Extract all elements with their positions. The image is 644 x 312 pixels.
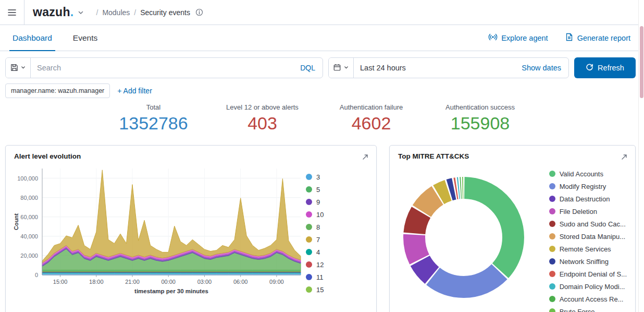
chevron-down-icon: [343, 64, 349, 72]
legend-dot-icon: [306, 211, 312, 218]
time-range-value[interactable]: Last 24 hours: [354, 64, 522, 72]
legend-item[interactable]: Brute Force: [549, 306, 627, 312]
legend-dot-icon: [306, 236, 312, 243]
legend-item[interactable]: 8: [306, 222, 324, 232]
legend-dot-icon: [549, 196, 555, 202]
filter-pill-manager-name[interactable]: manager.name: wazuh.manager: [5, 83, 110, 98]
svg-text:0: 0: [35, 272, 38, 278]
legend-dot-icon: [306, 199, 312, 205]
legend-label: Valid Accounts: [560, 170, 603, 178]
panel-body: Valid AccountsModify RegistryData Destru…: [390, 164, 635, 312]
calendar-button[interactable]: [329, 58, 354, 78]
tab-dashboard[interactable]: Dashboard: [9, 25, 55, 51]
refresh-button[interactable]: Refresh: [574, 57, 636, 78]
svg-text:100,000: 100,000: [17, 175, 38, 182]
legend-item[interactable]: Data Destruction: [549, 194, 627, 204]
legend-label: 8: [316, 223, 320, 231]
stat-label: Total: [99, 103, 208, 111]
legend-dot-icon: [549, 258, 555, 265]
legend-item[interactable]: 10: [306, 209, 324, 220]
legend-item[interactable]: Modify Registry: [549, 181, 627, 191]
legend-dot-icon: [306, 261, 312, 268]
legend-label: File Deletion: [560, 208, 597, 215]
legend-item[interactable]: 5: [306, 184, 324, 195]
legend-item[interactable]: Sudo and Sudo Cac...: [549, 219, 627, 229]
legend-item[interactable]: Endpoint Denial of S...: [549, 269, 627, 279]
legend-item[interactable]: Remote Services: [549, 244, 627, 254]
legend-dot-icon: [306, 274, 312, 280]
legend-dot-icon: [306, 186, 312, 193]
legend-item[interactable]: 7: [306, 234, 324, 245]
stat-value: 4602: [317, 113, 426, 134]
dql-language-button[interactable]: DQL: [293, 64, 323, 72]
legend-item[interactable]: Account Access Re...: [549, 294, 627, 304]
svg-text:18:00: 18:00: [89, 279, 104, 285]
svg-text:80,000: 80,000: [20, 195, 38, 201]
legend-dot-icon: [549, 171, 555, 177]
mitre-donut-chart[interactable]: [396, 170, 531, 312]
legend-item[interactable]: 11: [306, 272, 324, 282]
legend-item[interactable]: Network Sniffing: [549, 256, 627, 267]
legend-label: 4: [316, 248, 320, 256]
stat-value: 155908: [426, 113, 535, 134]
generate-report-button[interactable]: Generate report: [565, 32, 630, 43]
dashboard-panels-row: Alert level evolution 020,00040,00060,00…: [0, 140, 644, 312]
scrollbar-thumb[interactable]: [640, 26, 643, 98]
breadcrumb-separator: /: [96, 8, 98, 17]
legend-dot-icon: [306, 249, 312, 255]
legend-item[interactable]: Domain Policy Modi...: [549, 281, 627, 292]
breadcrumb-modules[interactable]: Modules: [102, 8, 130, 17]
legend-item[interactable]: 15: [306, 284, 324, 295]
stat-level12-alerts: Level 12 or above alerts 403: [208, 103, 317, 134]
panel-title: Top MITRE ATT&CKS: [398, 152, 469, 160]
legend-item[interactable]: Valid Accounts: [549, 169, 627, 179]
expand-icon[interactable]: [361, 152, 370, 163]
legend-dot-icon: [549, 221, 555, 227]
legend-dot-icon: [549, 271, 555, 277]
hamburger-menu-icon[interactable]: [0, 0, 24, 25]
legend-item[interactable]: File Deletion: [549, 206, 627, 217]
legend-item[interactable]: 12: [306, 259, 324, 270]
stat-label: Authentication failure: [317, 103, 426, 111]
area-series-7[interactable]: [42, 170, 301, 263]
legend-dot-icon: [549, 308, 555, 312]
module-tabs-bar: Dashboard Events Explore agent Generate …: [0, 25, 644, 51]
date-picker-group: Last 24 hours Show dates: [328, 57, 569, 78]
alert-level-evolution-chart[interactable]: 020,00040,00060,00080,000100,00015:0018:…: [10, 164, 305, 297]
legend-item[interactable]: 3: [306, 172, 324, 182]
legend-dot-icon: [549, 183, 555, 189]
alert-level-evolution-panel: Alert level evolution 020,00040,00060,00…: [5, 145, 377, 312]
tab-events[interactable]: Events: [70, 25, 101, 51]
add-filter-button[interactable]: + Add filter: [117, 87, 152, 95]
svg-text:60,000: 60,000: [20, 214, 38, 220]
svg-text:Count: Count: [13, 213, 19, 230]
legend-label: Endpoint Denial of S...: [560, 270, 627, 278]
legend-item[interactable]: 4: [306, 247, 324, 257]
legend-label: Brute Force: [560, 308, 595, 312]
legend-label: 9: [316, 198, 320, 206]
legend-label: Remote Services: [560, 245, 611, 253]
legend-dot-icon: [549, 296, 555, 302]
svg-text:15:00: 15:00: [53, 279, 68, 285]
breadcrumb-separator: /: [134, 8, 136, 17]
area-series-3[interactable]: [42, 273, 301, 275]
wazuh-logo[interactable]: wazuh.: [33, 5, 73, 19]
logo-dot: .: [70, 5, 74, 19]
logo-chevron-down-icon[interactable]: [77, 9, 84, 16]
expand-icon[interactable]: [620, 152, 629, 163]
refresh-label: Refresh: [598, 64, 624, 72]
search-input[interactable]: [31, 58, 293, 78]
breadcrumb: / Modules / Security events: [96, 8, 203, 17]
legend-item[interactable]: 9: [306, 197, 324, 207]
area-chart-svg: 020,00040,00060,00080,000100,00015:0018:…: [10, 164, 305, 296]
query-bar: DQL Last 24 hours Show dates Refresh: [0, 51, 644, 78]
saved-queries-button[interactable]: [6, 58, 31, 78]
legend-dot-icon: [549, 208, 555, 214]
top-navigation-bar: wazuh. / Modules / Security events: [0, 0, 644, 25]
show-dates-button[interactable]: Show dates: [522, 64, 568, 72]
svg-text:00:00: 00:00: [161, 279, 176, 285]
info-icon[interactable]: [195, 8, 203, 16]
legend-item[interactable]: Stored Data Manipu...: [549, 231, 627, 242]
explore-agent-button[interactable]: Explore agent: [488, 32, 548, 43]
chevron-down-icon: [20, 64, 26, 72]
